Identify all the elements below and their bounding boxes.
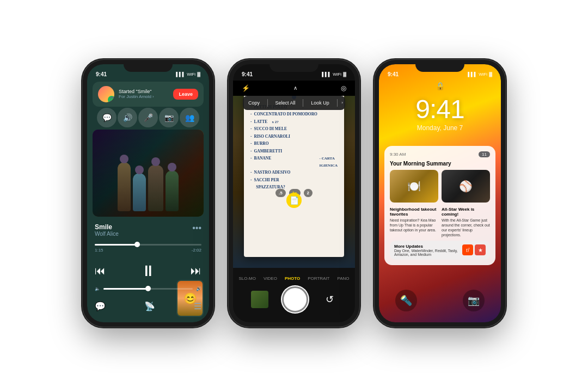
people-icon: 👥 [185, 113, 194, 122]
figures [118, 162, 179, 217]
p2-wifi-icon: WiFi [333, 72, 341, 77]
paper-line-6: - BURRO [250, 140, 338, 148]
phone1-mic-button[interactable]: 🎤 [138, 108, 158, 127]
story2-title: All-Star Week is coming! [442, 207, 490, 217]
phone1-video-button[interactable]: 📷 [159, 108, 179, 127]
phone2: 9:41 ▌▌▌ WiFi ▓ ⚡ ∧ ◎ - PETTI DI [229, 60, 359, 327]
notification-stories: Neighborhood takeout favorites Need insp… [390, 207, 490, 237]
phone2-scan-indicator[interactable]: 📄 [286, 193, 302, 208]
shutter-button[interactable] [282, 286, 308, 313]
lyrics-button[interactable]: 💬 [95, 301, 106, 311]
paper-line-8: - BANANE [250, 155, 271, 162]
phone1-banner-title: Started "Smile" [119, 89, 169, 94]
phone1-banner-sub: For Justin Arnold › [119, 94, 169, 99]
paper-line-8-row: - BANANE - CARTAIGIENICA [250, 155, 338, 169]
phone1-song-artist: Wolf Alice [95, 231, 201, 237]
phone3-notification-card[interactable]: 9:30 AM 11 Your Morning Summary Neighbor… [384, 146, 495, 265]
notification-time: 9:30 AM [390, 152, 406, 157]
queue-button[interactable]: ☰ [194, 301, 201, 311]
progress-track [95, 244, 201, 246]
mode-photo[interactable]: PHOTO [285, 276, 300, 281]
speaker-icon: 🔊 [123, 113, 132, 122]
camera-quick-button[interactable]: 📷 [463, 290, 485, 311]
notification-title: Your Morning Summary [390, 161, 490, 167]
notification-food-image [390, 170, 438, 203]
select-all-menu-item[interactable]: Select All [272, 100, 299, 106]
time-remaining: -2:02 [192, 248, 201, 253]
flash-icon[interactable]: ⚡ [242, 84, 250, 92]
volume-track[interactable] [103, 288, 193, 290]
camera-thumbnail[interactable] [251, 291, 268, 308]
paper-line-2: - CONCENTRATO DI POMODORO [250, 111, 338, 118]
lens-2-badge[interactable]: 2 [304, 189, 313, 197]
story2-column: All-Star Week is coming! With the All-St… [442, 207, 490, 237]
camera-chevron-icon[interactable]: ∧ [293, 85, 297, 91]
more-updates-text: Day One, WaterMinder, Reddit, Tasty, Ama… [394, 249, 462, 256]
phone3-status-icons: ▌▌▌ WiFi ▓ [468, 72, 492, 77]
phone1-banner[interactable]: Started "Smile" For Justin Arnold › Leav… [93, 82, 204, 107]
menu-divider-2 [303, 99, 303, 107]
app-icon-2: ★ [475, 244, 486, 255]
more-updates-title: More Updates [394, 244, 462, 249]
notification-more-updates: More Updates Day One, WaterMinder, Reddi… [390, 241, 490, 260]
phone1-screen: 9:41 ▌▌▌ WiFi ▓ Started "Smile" For Just… [87, 64, 209, 322]
carta-note: - CARTAIGIENICA [320, 155, 338, 169]
paper-line-5: - RISO CARNAROLI [250, 133, 338, 140]
volume-fill [103, 288, 148, 290]
paper-text: - PETTI DI POLLO - CONCENTRATO DI POMODO… [250, 103, 338, 191]
flip-camera-button[interactable]: ↺ [322, 292, 337, 307]
flashlight-button[interactable]: 🔦 [395, 290, 417, 311]
phone1-people-button[interactable]: 👥 [180, 108, 199, 127]
phone3-screen: 9:41 ▌▌▌ WiFi ▓ 🔒 9:41 Monday, June 7 9:… [379, 64, 501, 322]
phone1-bottom-icons: 💬 📡 ☰ [95, 301, 201, 311]
phone1-message-button[interactable]: 💬 [97, 108, 117, 127]
paper-line-3: - LATTE x 2? [250, 118, 338, 126]
phone1-controls-row: 💬 🔊 🎤 📷 👥 [93, 108, 204, 127]
phone2-status-icons: ▌▌▌ WiFi ▓ [322, 72, 346, 77]
mode-pano[interactable]: PANO [338, 276, 350, 281]
pause-button[interactable]: ⏸ [137, 260, 159, 282]
mode-slomo[interactable]: SLO-MO [238, 276, 256, 281]
phone3-status-time: 9:41 [388, 71, 399, 77]
rewind-button[interactable]: ⏮ [95, 265, 106, 277]
phones-container: 9:41 ▌▌▌ WiFi ▓ Started "Smile" For Just… [72, 49, 516, 338]
menu-divider-1 [267, 99, 268, 107]
phone1-album-art [93, 130, 204, 217]
lens-5-badge[interactable]: .5 [275, 189, 286, 197]
phone1-progress-bar[interactable]: 1:15 -2:02 [95, 244, 201, 253]
copy-menu-item[interactable]: Copy [245, 100, 263, 106]
story1-column: Neighborhood takeout favorites Need insp… [390, 207, 438, 237]
menu-more-arrow[interactable]: › [341, 100, 343, 105]
phone1-status-icons: ▌▌▌ WiFi ▓ [176, 72, 200, 77]
p3-wifi-icon: WiFi [479, 72, 487, 77]
phone1-song-info: Smile Wolf Alice [95, 223, 201, 237]
phone1-more-button[interactable]: ••• [192, 223, 201, 233]
flip-icon: ↺ [326, 293, 334, 305]
phone2-screen: 9:41 ▌▌▌ WiFi ▓ ⚡ ∧ ◎ - PETTI DI [233, 64, 355, 322]
progress-times: 1:15 -2:02 [95, 248, 201, 253]
mode-portrait[interactable]: PORTRAIT [308, 276, 329, 281]
fastforward-button[interactable]: ⏭ [191, 265, 201, 277]
story1-title: Neighborhood takeout favorites [390, 207, 438, 217]
p2-signal-icon: ▌▌▌ [322, 72, 331, 77]
phone1-speaker-button[interactable]: 🔊 [118, 108, 137, 127]
phone3-bottom-row: 🔦 📷 [379, 290, 501, 311]
live-photo-icon[interactable]: ◎ [341, 84, 346, 92]
paper-line-4: - SUCCO DI MELE [250, 125, 338, 133]
battery-icon: ▓ [197, 72, 200, 77]
airplay-button[interactable]: 📡 [144, 301, 155, 311]
phone2-status-time: 9:41 [242, 71, 253, 77]
phone1-leave-button[interactable]: Leave [173, 89, 198, 100]
story1-text: Need inspiration? Kea Mao from Up Thai i… [390, 218, 438, 232]
phone1: 9:41 ▌▌▌ WiFi ▓ Started "Smile" For Just… [83, 60, 213, 327]
phone2-paper: - PETTI DI POLLO - CONCENTRATO DI POMODO… [244, 91, 344, 257]
volume-dot [145, 286, 151, 291]
figure4 [166, 170, 179, 211]
phone1-avatar [98, 86, 114, 102]
wifi-icon: WiFi [187, 72, 195, 77]
paper-line-7: - GAMBERETTI [250, 148, 338, 155]
look-up-menu-item[interactable]: Look Up [308, 100, 333, 106]
mode-video[interactable]: VIDEO [264, 276, 277, 281]
camera-icon: 📷 [468, 295, 480, 307]
notification-game-image [442, 170, 490, 203]
